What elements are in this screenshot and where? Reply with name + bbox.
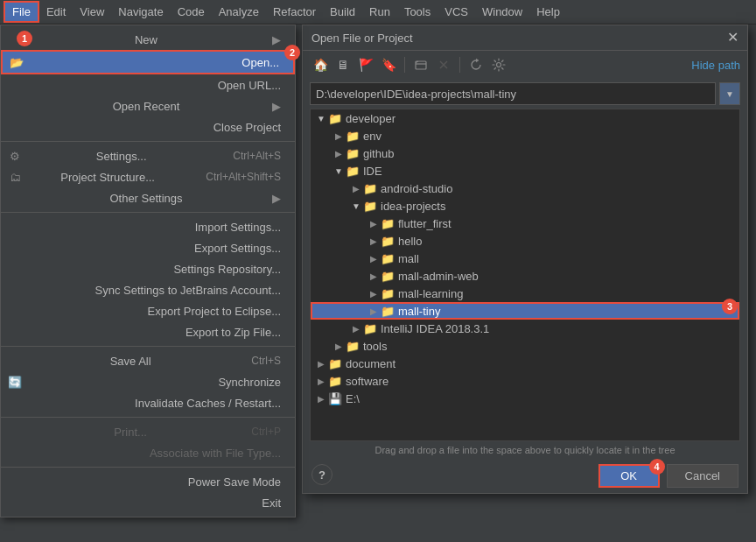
tree-item-hello[interactable]: ▶ 📁 hello (311, 232, 739, 250)
tree-toggle[interactable]: ▶ (367, 234, 381, 248)
project-structure-icon: 🗂 (8, 170, 22, 184)
menu-build[interactable]: Build (323, 3, 362, 21)
menu-item-settings-repo[interactable]: Settings Repository... (1, 258, 295, 279)
toolbar-home-btn[interactable]: 🏠 (310, 54, 331, 75)
menu-item-open[interactable]: 2 📂 Open... (1, 50, 295, 74)
tree-toggle[interactable]: ▶ (367, 251, 381, 265)
tree-toggle[interactable]: ▶ (367, 216, 381, 230)
file-dropdown-menu: 1 New ▶ 2 📂 Open... Open URL... Open Rec… (0, 25, 296, 517)
tree-toggle[interactable]: ▶ (314, 356, 328, 370)
tree-toggle[interactable]: ▼ (349, 199, 363, 213)
separator5 (1, 467, 295, 468)
menu-item-associate-file-type[interactable]: Associate with File Type... (1, 442, 295, 463)
toolbar-desktop-btn[interactable]: 🖥 (332, 54, 354, 75)
tree-item-developer[interactable]: ▼ 📁 developer (311, 109, 739, 127)
hide-path-button[interactable]: Hide path (691, 59, 740, 72)
dialog-close-button[interactable]: ✕ (727, 31, 738, 45)
tree-toggle[interactable]: ▶ (314, 391, 328, 405)
menu-refactor[interactable]: Refactor (266, 3, 323, 21)
menu-help[interactable]: Help (529, 3, 567, 21)
other-settings-icon (8, 191, 22, 205)
menu-item-exit[interactable]: Exit (1, 492, 295, 513)
toolbar-flag-btn[interactable]: 🚩 (355, 54, 376, 75)
separator4 (1, 417, 295, 418)
tree-toggle[interactable]: ▶ (367, 304, 381, 318)
menu-item-import-settings[interactable]: Import Settings... (1, 216, 295, 237)
path-dropdown-button[interactable]: ▼ (719, 82, 740, 105)
menu-run[interactable]: Run (362, 3, 397, 21)
toolbar-refresh-btn[interactable] (466, 54, 486, 75)
menu-analyze[interactable]: Analyze (212, 3, 266, 21)
tree-item-intellij[interactable]: ▶ 📁 IntelliJ IDEA 2018.3.1 (311, 320, 739, 337)
tree-toggle[interactable]: ▶ (367, 269, 381, 283)
toolbar-settings-btn[interactable] (488, 54, 509, 75)
folder-icon: 📁 (346, 129, 360, 143)
tree-item-ide[interactable]: ▼ 📁 IDE (311, 162, 739, 179)
menu-window[interactable]: Window (475, 3, 529, 21)
tree-item-tools[interactable]: ▶ 📁 tools (311, 337, 739, 355)
tree-item-mall-tiny[interactable]: 3 ▶ 📁 mall-tiny (311, 302, 739, 320)
associate-file-type-icon (8, 446, 22, 460)
export-zip-icon (8, 325, 22, 339)
menu-item-new[interactable]: New ▶ (1, 29, 295, 50)
tree-item-mall-learning[interactable]: ▶ 📁 mall-learning (311, 285, 739, 302)
menu-item-invalidate-caches[interactable]: Invalidate Caches / Restart... (1, 392, 295, 413)
menu-navigate[interactable]: Navigate (111, 3, 170, 21)
menu-item-open-url[interactable]: Open URL... (1, 74, 295, 95)
file-tree[interactable]: ▼ 📁 developer ▶ 📁 env ▶ 📁 github ▼ 📁 IDE… (310, 109, 740, 441)
tree-toggle[interactable]: ▶ (349, 181, 363, 195)
tree-toggle[interactable]: ▶ (314, 374, 328, 388)
tree-toggle[interactable]: ▶ (332, 339, 346, 353)
toolbar-close-btn[interactable] (433, 54, 454, 75)
menu-item-export-zip[interactable]: Export to Zip File... (1, 321, 295, 342)
toolbar-new-folder-btn[interactable] (410, 54, 431, 75)
menu-item-export-settings[interactable]: Export Settings... (1, 237, 295, 258)
tree-item-document[interactable]: ▶ 📁 document (311, 355, 739, 372)
menu-item-project-structure[interactable]: 🗂 Project Structure... Ctrl+Alt+Shift+S (1, 166, 295, 187)
tree-toggle[interactable]: ▶ (367, 286, 381, 300)
menu-item-power-save[interactable]: Power Save Mode (1, 471, 295, 492)
tree-toggle[interactable]: ▶ (332, 146, 346, 160)
folder-open-icon: 📁 (363, 199, 377, 213)
menu-file[interactable]: File (4, 1, 39, 23)
tree-item-github[interactable]: ▶ 📁 github (311, 144, 739, 162)
menu-item-save-all[interactable]: Save All Ctrl+S (1, 350, 295, 371)
tree-item-flutter-first[interactable]: ▶ 📁 flutter_first (311, 215, 739, 232)
menu-item-settings[interactable]: ⚙ Settings... Ctrl+Alt+S (1, 145, 295, 166)
tree-item-idea-projects[interactable]: ▼ 📁 idea-projects (311, 197, 739, 215)
menu-tools[interactable]: Tools (397, 3, 438, 21)
menu-vcs[interactable]: VCS (438, 3, 475, 21)
dialog-help-button[interactable]: ? (312, 464, 332, 485)
tree-item-e-drive[interactable]: ▶ 💾 E:\ (311, 390, 739, 407)
tree-item-mall[interactable]: ▶ 📁 mall (311, 250, 739, 267)
separator2 (1, 212, 295, 213)
folder-open-icon: 📁 (346, 164, 360, 178)
dialog-ok-button[interactable]: 4 OK (598, 464, 660, 488)
tree-item-mall-admin-web[interactable]: ▶ 📁 mall-admin-web (311, 267, 739, 285)
tree-toggle[interactable]: ▶ (349, 321, 363, 335)
toolbar-bookmark-btn[interactable]: 🔖 (378, 54, 399, 75)
arrow-icon: ▶ (272, 100, 281, 113)
menu-item-export-eclipse[interactable]: Export Project to Eclipse... (1, 300, 295, 321)
menu-view[interactable]: View (73, 3, 111, 21)
tree-toggle[interactable]: ▶ (332, 129, 346, 143)
folder-icon: 📁 (381, 234, 395, 248)
menu-item-sync-settings[interactable]: Sync Settings to JetBrains Account... (1, 279, 295, 300)
menu-item-open-recent[interactable]: Open Recent ▶ (1, 95, 295, 116)
tree-item-env[interactable]: ▶ 📁 env (311, 127, 739, 144)
dialog-titlebar: Open File or Project ✕ (303, 25, 747, 51)
tree-toggle[interactable]: ▼ (314, 111, 328, 125)
tree-item-android-studio[interactable]: ▶ 📁 android-studio (311, 179, 739, 197)
dialog-cancel-button[interactable]: Cancel (667, 464, 738, 488)
path-input[interactable] (310, 82, 716, 105)
menu-item-other-settings[interactable]: Other Settings ▶ (1, 187, 295, 208)
menu-edit[interactable]: Edit (39, 3, 73, 21)
folder-icon: 📁 (381, 286, 395, 300)
menu-item-close-project[interactable]: Close Project (1, 116, 295, 137)
menu-item-synchronize[interactable]: 🔄 Synchronize (1, 371, 295, 392)
menu-item-print[interactable]: Print... Ctrl+P (1, 421, 295, 442)
menu-code[interactable]: Code (171, 3, 212, 21)
tree-item-software[interactable]: ▶ 📁 software (311, 372, 739, 390)
power-save-icon (8, 475, 22, 489)
tree-toggle[interactable]: ▼ (332, 164, 346, 178)
